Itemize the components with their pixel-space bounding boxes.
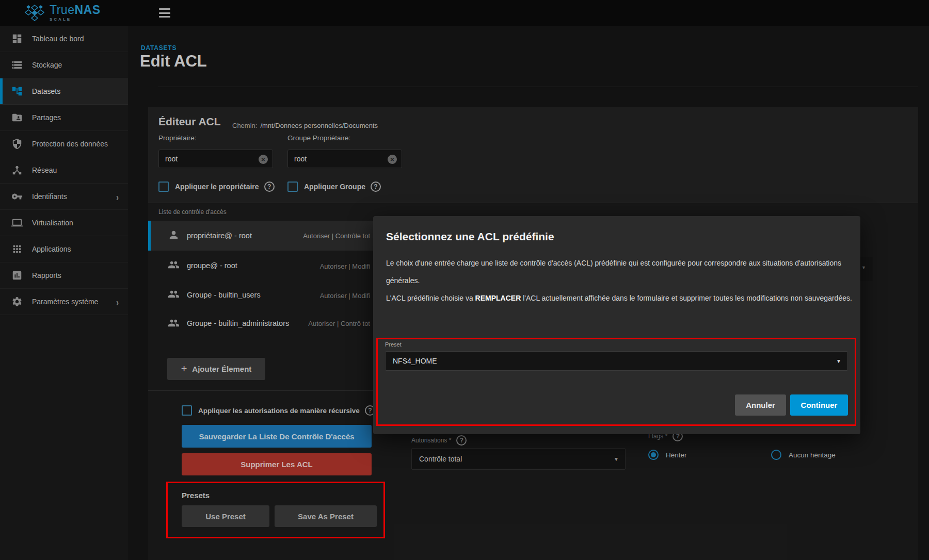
modal-paragraph-2-pre: L'ACL prédéfinie choisie va xyxy=(386,294,475,302)
screen: TrueNAS SCALE Tableau de bord Stockage D… xyxy=(0,0,929,560)
modal-paragraph-2-post: l'ACL actuellement affichée dans le form… xyxy=(521,294,852,302)
preset-select-value: NFS4_HOME xyxy=(386,357,437,365)
modal-paragraph-2: L'ACL prédéfinie choisie va REMPLACER l'… xyxy=(386,289,853,307)
modal-paragraph-2-bold: REMPLACER xyxy=(475,294,521,302)
preset-modal: Sélectionnez une ACL prédéfinie Le choix… xyxy=(373,216,860,434)
modal-title: Sélectionnez une ACL prédéfinie xyxy=(386,230,554,243)
preset-select[interactable]: NFS4_HOME ▼ xyxy=(385,351,848,371)
cancel-button[interactable]: Annuler xyxy=(735,394,786,416)
modal-paragraph-1: Le choix d'une entrée charge une liste d… xyxy=(386,254,853,289)
continue-button[interactable]: Continuer xyxy=(790,394,848,416)
cancel-label: Annuler xyxy=(746,401,775,409)
dropdown-caret-icon: ▼ xyxy=(836,358,841,364)
continue-label: Continuer xyxy=(801,401,838,409)
preset-select-label: Preset xyxy=(385,341,402,348)
